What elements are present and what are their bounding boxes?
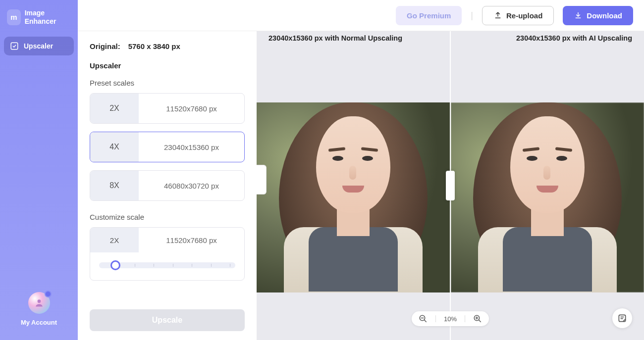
- preset-4x-mult: 4X: [90, 132, 139, 162]
- brand-logo: m Image Enhancer: [4, 9, 74, 37]
- svg-rect-0: [11, 43, 18, 49]
- preset-8x-dims: 46080x30720 px: [139, 171, 244, 200]
- download-label: Download: [587, 11, 622, 20]
- preset-8x-mult: 8X: [90, 171, 139, 200]
- note-icon: [617, 313, 627, 323]
- preset-scales-title: Preset scales: [90, 79, 245, 87]
- user-icon: [34, 298, 44, 308]
- reupload-label: Re-upload: [506, 11, 542, 20]
- logo-badge: m: [7, 9, 21, 25]
- customize-scale-title: Customize scale: [90, 213, 245, 221]
- zoom-value: 10%: [444, 315, 457, 323]
- customize-mult: 2X: [90, 228, 139, 252]
- svg-line-8: [479, 320, 481, 322]
- customize-box: 2X 11520x7680 px: [90, 227, 245, 281]
- svg-point-1: [37, 299, 41, 303]
- zoom-in-icon[interactable]: [473, 314, 482, 323]
- my-account-link[interactable]: My Account: [21, 319, 57, 326]
- customize-dims: 11520x7680 px: [139, 228, 244, 252]
- preset-2x-mult: 2X: [90, 94, 139, 123]
- compare-label-ai: 23040x15360 px with AI Upscaling: [510, 31, 638, 45]
- download-button[interactable]: Download: [563, 6, 633, 25]
- reupload-button[interactable]: Re-upload: [482, 6, 554, 25]
- preset-2x[interactable]: 2X 11520x7680 px: [90, 93, 245, 124]
- section-upscaler-title: Upscaler: [90, 61, 245, 70]
- brand-name: Image Enhancer: [25, 9, 71, 26]
- preset-2x-dims: 11520x7680 px: [139, 94, 244, 123]
- go-premium-button[interactable]: Go Premium: [396, 6, 462, 25]
- upscaler-icon: [10, 42, 19, 50]
- zoom-toolbar: 10%: [412, 311, 489, 326]
- svg-line-4: [424, 320, 427, 322]
- original-dimensions: 5760 x 3840 px: [128, 42, 180, 50]
- avatar[interactable]: [28, 292, 50, 314]
- topbar: Go Premium | Re-upload Download: [78, 0, 644, 31]
- settings-panel: Original: 5760 x 3840 px Upscaler Preset…: [78, 31, 257, 340]
- upscale-button[interactable]: Upscale: [90, 309, 245, 331]
- sidebar: m Image Enhancer Upscaler My Account: [0, 0, 78, 340]
- separator: |: [471, 10, 473, 21]
- scale-slider[interactable]: [99, 262, 235, 268]
- preset-4x[interactable]: 4X 23040x15360 px: [90, 132, 245, 162]
- feedback-button[interactable]: [612, 308, 632, 328]
- preset-4x-dims: 23040x15360 px: [139, 132, 244, 162]
- preview-area: 23040x15360 px with Normal Upscaling 230…: [257, 31, 644, 340]
- original-label: Original:: [90, 42, 120, 50]
- download-icon: [574, 11, 583, 20]
- sidebar-item-upscaler[interactable]: Upscaler: [4, 37, 74, 55]
- zoom-out-icon[interactable]: [419, 314, 428, 323]
- upload-icon: [493, 11, 502, 20]
- preset-8x[interactable]: 8X 46080x30720 px: [90, 170, 245, 201]
- slider-thumb[interactable]: [110, 260, 120, 270]
- compare-divider[interactable]: [450, 31, 451, 340]
- panel-collapse-handle[interactable]: [257, 165, 267, 194]
- sidebar-item-label: Upscaler: [24, 42, 53, 50]
- compare-label-normal: 23040x15360 px with Normal Upscaling: [263, 31, 408, 45]
